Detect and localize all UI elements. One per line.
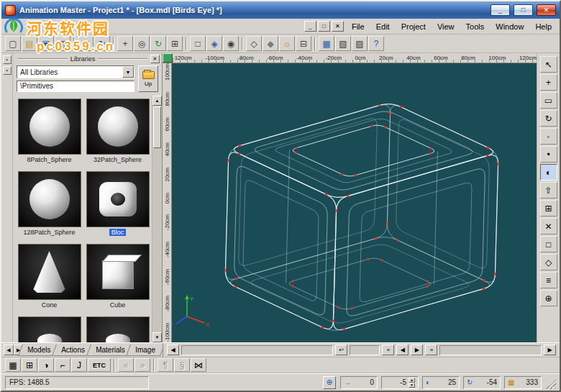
timeline-loop-button[interactable]: ↩ xyxy=(335,345,347,355)
step-forward-button[interactable]: ▶ xyxy=(411,345,423,355)
select-tool[interactable]: ↖ xyxy=(540,56,557,73)
camera-view-button[interactable]: ◉ xyxy=(223,36,239,51)
timeline-track[interactable] xyxy=(350,345,380,355)
wireframe-mode-button[interactable]: ◇ xyxy=(246,36,262,51)
ruler-origin-button[interactable] xyxy=(163,53,173,63)
duplicate-tool[interactable]: ⊞ xyxy=(540,200,557,216)
library-item-cylinder-1[interactable] xyxy=(17,316,82,342)
spinner-up-icon[interactable]: ▲ xyxy=(409,378,415,383)
scale-tool[interactable]: ▭ xyxy=(540,92,557,109)
bias-handles-button[interactable]: J xyxy=(71,358,87,372)
zoom-fit-button[interactable]: ⊞ xyxy=(167,36,183,51)
normals-tool[interactable]: ≡ xyxy=(540,272,557,288)
resize-grip[interactable] xyxy=(546,379,556,389)
menu-edit[interactable]: Edit xyxy=(370,20,396,33)
library-item-8patch-sphere[interactable]: 8Patch_Sphere xyxy=(17,99,82,171)
status-frame-field[interactable]: → 0 ▲▼ xyxy=(340,376,378,389)
move-tool-button[interactable]: + xyxy=(117,36,133,51)
library-path-field[interactable]: \Primitives xyxy=(17,81,134,92)
timeline-scroll-left-button[interactable]: ◀ xyxy=(167,345,179,355)
scrollbar-track[interactable] xyxy=(152,149,162,332)
next-keyframe-button[interactable]: » xyxy=(134,358,150,372)
timeline-scroll-right-button[interactable]: ▶ xyxy=(544,345,556,355)
magnet-mode-button[interactable]: ◑ xyxy=(38,358,54,372)
viewport-canvas[interactable]: 100cm80cm60cm40cm20cm0cm-20cm-40cm-60cm-… xyxy=(163,63,537,342)
birds-eye-view-button[interactable]: ◈ xyxy=(206,36,222,51)
scroll-down-icon[interactable]: ▼ xyxy=(152,332,162,342)
title-bar[interactable]: Animation Master - Project1 * - [Box.mdl… xyxy=(1,1,560,19)
rotate-tool[interactable]: ↻ xyxy=(540,110,557,127)
key-skeletal-button[interactable]: ¶ xyxy=(158,358,173,372)
lathe-tool[interactable]: ◐ xyxy=(540,164,557,181)
save-button[interactable]: ▣ xyxy=(38,36,54,51)
child-minimize-button[interactable]: _ xyxy=(304,21,316,32)
last-frame-button[interactable]: » xyxy=(425,345,437,355)
axis-mode-icon[interactable]: ⊕ xyxy=(323,376,336,389)
maximize-button[interactable]: □ xyxy=(514,4,533,16)
scroll-up-icon[interactable]: ▲ xyxy=(152,96,162,106)
library-close-button[interactable]: ✕ xyxy=(150,55,160,63)
dock-handle-top-button[interactable]: ▪ xyxy=(3,55,12,64)
child-restore-button[interactable]: □ xyxy=(318,21,330,32)
library-item-cylinder-2[interactable] xyxy=(85,316,150,342)
dock-handle-bottom-button[interactable]: ▪ xyxy=(3,66,12,75)
status-zoom-field[interactable]: ▦ 333 ▲▼ xyxy=(504,376,542,389)
minimize-button[interactable]: _ xyxy=(491,4,510,16)
first-frame-button[interactable]: « xyxy=(382,345,394,355)
menu-project[interactable]: Project xyxy=(396,20,432,33)
tabs-scroll-left-icon[interactable]: ◀ xyxy=(4,345,14,355)
status-turn-field[interactable]: ↻ -54 ▲▼ xyxy=(463,376,501,389)
grid-button[interactable]: ⊟ xyxy=(296,36,311,51)
library-scrollbar[interactable]: ▲ ▼ xyxy=(152,96,162,342)
menu-file[interactable]: File xyxy=(346,20,370,33)
turn-tool-button[interactable]: ↻ xyxy=(150,36,166,51)
zoom-tool-button[interactable]: ◎ xyxy=(134,36,150,51)
front-view-button[interactable]: □ xyxy=(190,36,206,51)
extrude-tool[interactable]: ⇧ xyxy=(540,182,557,199)
shaded-mode-button[interactable]: ◆ xyxy=(263,36,278,51)
timeline-track[interactable] xyxy=(439,345,542,355)
undo-button[interactable]: ↺ xyxy=(78,36,94,51)
print-button[interactable]: ▥ xyxy=(55,36,70,51)
menu-tools[interactable]: Tools xyxy=(460,20,491,33)
spinner-control[interactable]: ▲▼ xyxy=(409,378,415,388)
open-button[interactable]: ▤ xyxy=(22,36,37,51)
group-tool[interactable]: □ xyxy=(540,236,557,252)
key-muscle-button[interactable]: § xyxy=(174,358,190,372)
snap-to-grid-button[interactable]: ⊞ xyxy=(22,358,37,372)
library-item-cone[interactable]: Cone xyxy=(17,244,82,316)
library-item-bloc[interactable]: Bloc xyxy=(85,171,150,244)
status-x-field[interactable]: -5 ▲▼ xyxy=(381,376,419,389)
curve-handles-button[interactable]: ⌐ xyxy=(55,358,70,372)
library-item-32patch-sphere[interactable]: 32Patch_Sphere xyxy=(85,99,150,171)
project-workspace-button[interactable]: ▧ xyxy=(335,36,351,51)
menu-window[interactable]: Window xyxy=(490,20,529,33)
scrollbar-thumb[interactable] xyxy=(153,106,161,148)
status-y-field[interactable]: ◐ 25 ▲▼ xyxy=(422,376,460,389)
lights-button[interactable]: ☼ xyxy=(279,36,295,51)
step-back-button[interactable]: ◀ xyxy=(396,345,409,355)
delete-tool[interactable]: ✕ xyxy=(540,218,557,234)
help-button[interactable]: ? xyxy=(368,36,384,51)
library-item-cube[interactable]: Cube xyxy=(85,244,150,316)
child-close-button[interactable]: ✕ xyxy=(332,21,344,32)
library-up-button[interactable]: Up xyxy=(138,65,158,92)
chevron-down-icon[interactable]: ▼ xyxy=(122,66,134,78)
zoom-section-tool[interactable]: ⊕ xyxy=(540,290,557,306)
new-button[interactable]: ▢ xyxy=(5,36,21,51)
add-point-tool[interactable]: ◦ xyxy=(540,128,557,145)
patch-tool[interactable]: ◇ xyxy=(540,254,557,270)
menu-help[interactable]: Help xyxy=(529,20,557,33)
prev-keyframe-button[interactable]: « xyxy=(118,358,134,372)
timeline-track[interactable] xyxy=(181,345,333,355)
redo-button[interactable]: ↻ xyxy=(94,36,110,51)
spinner-down-icon[interactable]: ▼ xyxy=(409,383,415,388)
selection-filter-button[interactable]: ▦ xyxy=(5,358,21,372)
menu-view[interactable]: View xyxy=(432,20,460,33)
library-filter-dropdown[interactable]: All Libraries ▼ xyxy=(17,65,134,78)
insert-cp-tool[interactable]: • xyxy=(540,146,557,163)
library-panel-button[interactable]: ▦ xyxy=(319,36,334,51)
close-button[interactable]: ✕ xyxy=(537,4,556,16)
translate-tool[interactable]: + xyxy=(540,74,557,91)
constraint-button[interactable]: ⋈ xyxy=(191,358,206,372)
